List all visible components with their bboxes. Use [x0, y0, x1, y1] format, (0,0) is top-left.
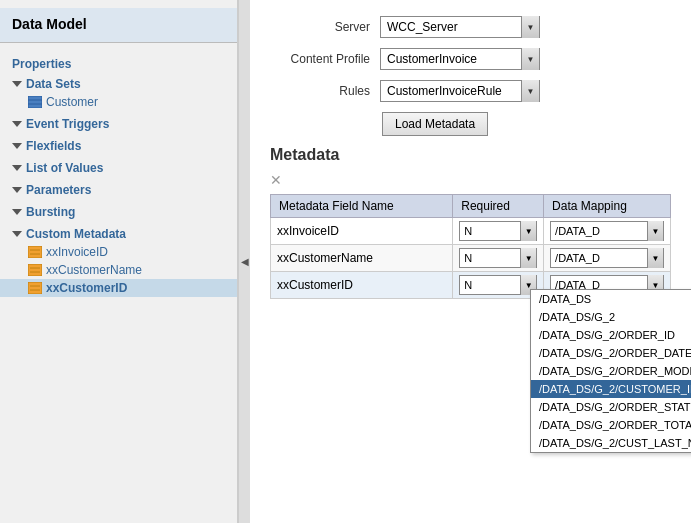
- sidebar-group-label-custom-metadata: Custom Metadata: [26, 227, 126, 241]
- dropdown-option-7[interactable]: /DATA_DS/G_2/ORDER_TOTAL: [531, 416, 691, 434]
- triangle-down-icon: [12, 143, 22, 149]
- rules-dropdown-text: CustomerInvoiceRule: [381, 82, 521, 100]
- chevron-down-icon: ▼: [527, 55, 535, 64]
- rules-dropdown-button[interactable]: ▼: [521, 80, 539, 102]
- server-dropdown[interactable]: WCC_Server ▼: [380, 16, 540, 38]
- svg-rect-0: [28, 96, 42, 108]
- main-content: Server WCC_Server ▼ Content Profile Cust…: [250, 0, 691, 523]
- row1-required-cell[interactable]: N ▼: [453, 218, 544, 245]
- content-profile-label: Content Profile: [270, 52, 380, 66]
- svg-rect-6: [28, 264, 42, 276]
- dropdown-option-2[interactable]: /DATA_DS/G_2/ORDER_ID: [531, 326, 691, 344]
- chevron-down-icon: ▼: [527, 87, 535, 96]
- dropdown-option-8[interactable]: /DATA_DS/G_2/CUST_LAST_NAME: [531, 434, 691, 452]
- col-header-name: Metadata Field Name: [271, 195, 453, 218]
- mapping-dropdown-popup: /DATA_DS /DATA_DS/G_2 /DATA_DS/G_2/ORDER…: [530, 289, 691, 453]
- dropdown-option-0[interactable]: /DATA_DS: [531, 290, 691, 308]
- sidebar-group-label-parameters: Parameters: [26, 183, 91, 197]
- sidebar-group-flexfields[interactable]: Flexfields: [0, 137, 237, 155]
- col-header-required: Required: [453, 195, 544, 218]
- row2-mapping-dropdown[interactable]: /DATA_D ▼: [550, 248, 664, 268]
- metadata-title: Metadata: [270, 146, 671, 164]
- content-profile-dropdown-button[interactable]: ▼: [521, 48, 539, 70]
- sidebar: Data Model Properties Data Sets Customer…: [0, 0, 238, 523]
- properties-label[interactable]: Properties: [12, 57, 71, 71]
- sidebar-group-label-data-sets: Data Sets: [26, 77, 81, 91]
- sidebar-group-label-bursting: Bursting: [26, 205, 75, 219]
- load-metadata-row: Load Metadata: [270, 112, 671, 136]
- sidebar-group-label-event-triggers: Event Triggers: [26, 117, 109, 131]
- triangle-down-icon: [12, 165, 22, 171]
- rules-dropdown[interactable]: CustomerInvoiceRule ▼: [380, 80, 540, 102]
- svg-rect-9: [28, 282, 42, 294]
- server-dropdown-button[interactable]: ▼: [521, 16, 539, 38]
- svg-rect-3: [28, 246, 42, 258]
- sidebar-collapse-handle[interactable]: ◀: [238, 0, 250, 523]
- row1-mapping-value: /DATA_D: [551, 224, 647, 238]
- row2-name-cell: xxCustomerName: [271, 245, 453, 272]
- row2-required-dropdown-button[interactable]: ▼: [520, 248, 536, 268]
- triangle-down-icon: [12, 209, 22, 215]
- sidebar-item-xxCustomerName[interactable]: xxCustomerName: [0, 261, 237, 279]
- row2-required-value: N: [460, 251, 520, 265]
- row2-required-dropdown[interactable]: N ▼: [459, 248, 537, 268]
- row2-required-cell[interactable]: N ▼: [453, 245, 544, 272]
- sidebar-title: Data Model: [0, 8, 237, 43]
- row3-required-dropdown[interactable]: N ▼: [459, 275, 537, 295]
- row3-name-value: xxCustomerID: [277, 278, 353, 292]
- row1-name-cell: xxInvoiceID: [271, 218, 453, 245]
- row2-mapping-dropdown-button[interactable]: ▼: [647, 248, 663, 268]
- row3-name-cell: xxCustomerID: [271, 272, 453, 299]
- chevron-down-icon: ▼: [525, 227, 533, 236]
- server-dropdown-text: WCC_Server: [381, 18, 521, 36]
- row2-mapping-cell[interactable]: /DATA_D ▼: [544, 245, 671, 272]
- row1-required-dropdown-button[interactable]: ▼: [520, 221, 536, 241]
- dropdown-option-5[interactable]: /DATA_DS/G_2/CUSTOMER_ID: [531, 380, 691, 398]
- sidebar-item-customer-label: Customer: [46, 95, 98, 109]
- row1-mapping-dropdown[interactable]: /DATA_D ▼: [550, 221, 664, 241]
- dropdown-option-1[interactable]: /DATA_DS/G_2: [531, 308, 691, 326]
- table-row: xxInvoiceID N ▼: [271, 218, 671, 245]
- table-row: xxCustomerName N ▼: [271, 245, 671, 272]
- collapse-arrow-icon: ◀: [241, 256, 249, 267]
- sidebar-item-xxInvoiceID[interactable]: xxInvoiceID: [0, 243, 237, 261]
- dropdown-option-6[interactable]: /DATA_DS/G_2/ORDER_STATUS: [531, 398, 691, 416]
- sidebar-group-list-of-values[interactable]: List of Values: [0, 159, 237, 177]
- sidebar-group-parameters[interactable]: Parameters: [0, 181, 237, 199]
- row1-mapping-cell[interactable]: /DATA_D ▼: [544, 218, 671, 245]
- sidebar-group-custom-metadata[interactable]: Custom Metadata: [0, 225, 237, 243]
- server-label: Server: [270, 20, 380, 34]
- row3-required-value: N: [460, 278, 520, 292]
- sidebar-item-xxCustomerName-label: xxCustomerName: [46, 263, 142, 277]
- row2-name-value: xxCustomerName: [277, 251, 373, 265]
- sidebar-item-customer[interactable]: Customer: [0, 93, 237, 111]
- triangle-down-icon: [12, 81, 22, 87]
- dropdown-option-4[interactable]: /DATA_DS/G_2/ORDER_MODE: [531, 362, 691, 380]
- content-profile-dropdown-text: CustomerInvoice: [381, 50, 521, 68]
- sidebar-group-event-triggers[interactable]: Event Triggers: [0, 115, 237, 133]
- dataset-icon: [28, 95, 42, 109]
- metadata-table: Metadata Field Name Required Data Mappin…: [270, 194, 671, 299]
- close-icon[interactable]: ✕: [270, 172, 282, 188]
- row1-mapping-dropdown-button[interactable]: ▼: [647, 221, 663, 241]
- content-profile-row: Content Profile CustomerInvoice ▼: [270, 48, 671, 70]
- sidebar-item-xxCustomerID[interactable]: xxCustomerID: [0, 279, 237, 297]
- chevron-down-icon: ▼: [652, 254, 660, 263]
- triangle-down-icon: [12, 121, 22, 127]
- sidebar-group-data-sets[interactable]: Data Sets: [0, 75, 237, 93]
- rules-label: Rules: [270, 84, 380, 98]
- row1-required-value: N: [460, 224, 520, 238]
- content-profile-dropdown[interactable]: CustomerInvoice ▼: [380, 48, 540, 70]
- sidebar-group-label-list-of-values: List of Values: [26, 161, 103, 175]
- row2-mapping-value: /DATA_D: [551, 251, 647, 265]
- col-header-mapping: Data Mapping: [544, 195, 671, 218]
- sidebar-group-bursting[interactable]: Bursting: [0, 203, 237, 221]
- metadata-icon: [28, 281, 42, 295]
- row1-required-dropdown[interactable]: N ▼: [459, 221, 537, 241]
- sidebar-item-xxInvoiceID-label: xxInvoiceID: [46, 245, 108, 259]
- dropdown-option-3[interactable]: /DATA_DS/G_2/ORDER_DATE: [531, 344, 691, 362]
- chevron-down-icon: ▼: [527, 23, 535, 32]
- rules-row: Rules CustomerInvoiceRule ▼: [270, 80, 671, 102]
- chevron-down-icon: ▼: [525, 254, 533, 263]
- load-metadata-button[interactable]: Load Metadata: [382, 112, 488, 136]
